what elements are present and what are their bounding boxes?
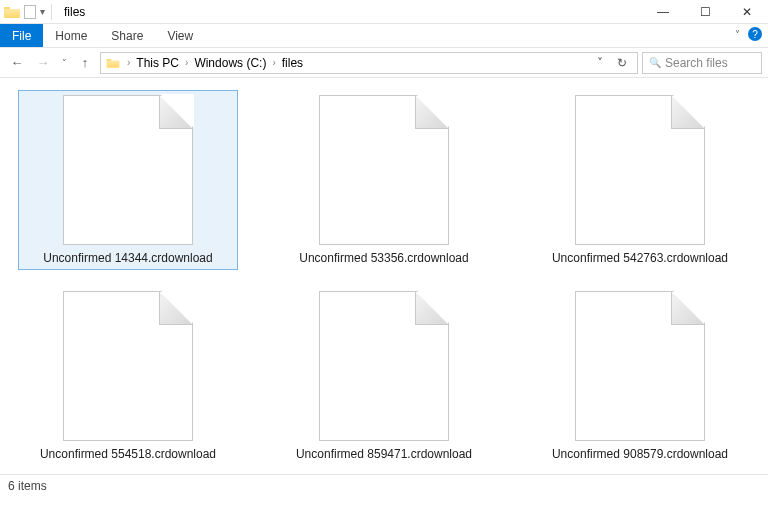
file-icon <box>63 95 193 245</box>
file-item[interactable]: Unconfirmed 53356.crdownload <box>274 90 494 270</box>
ribbon-right-controls: ˅ ? <box>735 27 762 41</box>
minimize-button[interactable]: — <box>642 0 684 24</box>
search-icon: 🔍 <box>649 57 661 68</box>
file-icon <box>63 291 193 441</box>
window-title: files <box>64 5 85 19</box>
folder-icon <box>4 5 20 18</box>
ribbon-expand-chevron-icon[interactable]: ˅ <box>735 29 740 40</box>
window-controls: — ☐ ✕ <box>642 0 768 24</box>
title-bar: ▾ files — ☐ ✕ <box>0 0 768 24</box>
address-bar[interactable]: › This PC › Windows (C:) › files ˅ ↻ <box>100 52 638 74</box>
breadcrumb-item[interactable]: files <box>282 56 303 70</box>
tab-file[interactable]: File <box>0 24 43 47</box>
file-label: Unconfirmed 908579.crdownload <box>552 447 728 461</box>
tab-home[interactable]: Home <box>43 24 99 47</box>
file-icon <box>575 95 705 245</box>
file-label: Unconfirmed 14344.crdownload <box>43 251 212 265</box>
file-icon <box>575 291 705 441</box>
file-item[interactable]: Unconfirmed 859471.crdownload <box>274 286 494 466</box>
file-icon <box>319 95 449 245</box>
tab-share[interactable]: Share <box>99 24 155 47</box>
help-icon[interactable]: ? <box>748 27 762 41</box>
navigation-bar: ← → ˅ ↑ › This PC › Windows (C:) › files… <box>0 48 768 78</box>
search-input[interactable]: 🔍 Search files <box>642 52 762 74</box>
separator <box>51 4 52 20</box>
document-icon <box>24 5 36 19</box>
file-label: Unconfirmed 542763.crdownload <box>552 251 728 265</box>
item-count-label: 6 items <box>8 479 47 493</box>
quick-access-toolbar: ▾ files <box>0 4 89 20</box>
address-dropdown-chevron-icon[interactable]: ˅ <box>589 56 611 70</box>
ribbon-tabs: File Home Share View ˅ ? <box>0 24 768 48</box>
close-button[interactable]: ✕ <box>726 0 768 24</box>
history-chevron-icon[interactable]: ˅ <box>58 52 70 74</box>
file-icon <box>319 291 449 441</box>
folder-icon <box>107 57 120 67</box>
file-label: Unconfirmed 53356.crdownload <box>299 251 468 265</box>
up-button[interactable]: ↑ <box>74 52 96 74</box>
back-button[interactable]: ← <box>6 52 28 74</box>
chevron-right-icon: › <box>272 57 275 68</box>
file-item[interactable]: Unconfirmed 554518.crdownload <box>18 286 238 466</box>
search-placeholder: Search files <box>665 56 728 70</box>
breadcrumb-item[interactable]: Windows (C:) <box>194 56 266 70</box>
tab-view[interactable]: View <box>155 24 205 47</box>
refresh-button[interactable]: ↻ <box>611 56 633 70</box>
file-grid: Unconfirmed 14344.crdownloadUnconfirmed … <box>10 90 758 466</box>
chevron-right-icon: › <box>127 57 130 68</box>
file-item[interactable]: Unconfirmed 542763.crdownload <box>530 90 750 270</box>
forward-button[interactable]: → <box>32 52 54 74</box>
file-label: Unconfirmed 554518.crdownload <box>40 447 216 461</box>
maximize-button[interactable]: ☐ <box>684 0 726 24</box>
breadcrumb-item[interactable]: This PC <box>136 56 179 70</box>
chevron-right-icon: › <box>185 57 188 68</box>
file-label: Unconfirmed 859471.crdownload <box>296 447 472 461</box>
file-pane[interactable]: Unconfirmed 14344.crdownloadUnconfirmed … <box>0 78 768 474</box>
qa-menu-chevron-icon[interactable]: ▾ <box>40 6 45 17</box>
address-actions: ˅ ↻ <box>589 56 633 70</box>
file-item[interactable]: Unconfirmed 908579.crdownload <box>530 286 750 466</box>
file-item[interactable]: Unconfirmed 14344.crdownload <box>18 90 238 270</box>
status-bar: 6 items <box>0 474 768 496</box>
